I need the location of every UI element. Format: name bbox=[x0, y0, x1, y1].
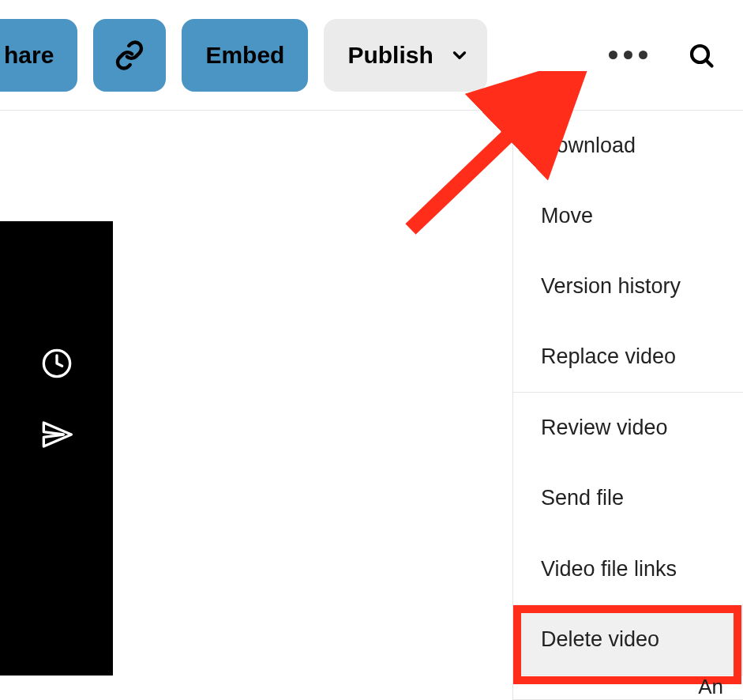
menu-item-label: Send file bbox=[541, 486, 624, 510]
search-icon bbox=[687, 41, 715, 70]
video-player-panel bbox=[0, 221, 113, 676]
link-button[interactable] bbox=[93, 19, 166, 92]
send-icon[interactable] bbox=[41, 419, 73, 450]
publish-button[interactable]: Publish bbox=[324, 19, 486, 92]
toolbar-right bbox=[609, 41, 743, 70]
menu-item-label: Version history bbox=[541, 274, 681, 298]
menu-item-download[interactable]: Download bbox=[513, 111, 743, 181]
menu-item-delete-video[interactable]: Delete video bbox=[513, 604, 743, 675]
partial-footer-text: An bbox=[698, 675, 723, 699]
menu-item-version-history[interactable]: Version history bbox=[513, 251, 743, 322]
chevron-down-icon bbox=[449, 45, 470, 66]
more-options-menu: Download Move Version history Replace vi… bbox=[512, 111, 743, 700]
embed-label: Embed bbox=[205, 42, 284, 69]
dot-icon bbox=[624, 51, 632, 59]
menu-item-label: Replace video bbox=[541, 344, 676, 368]
more-options-button[interactable] bbox=[609, 51, 647, 59]
menu-item-send-file[interactable]: Send file bbox=[513, 463, 743, 533]
share-button[interactable]: hare bbox=[0, 19, 77, 92]
menu-item-label: Move bbox=[541, 204, 593, 228]
clock-icon[interactable] bbox=[41, 348, 73, 379]
publish-label: Publish bbox=[347, 42, 433, 69]
menu-item-replace-video[interactable]: Replace video bbox=[513, 322, 743, 392]
svg-line-1 bbox=[706, 60, 712, 66]
menu-item-video-file-links[interactable]: Video file links bbox=[513, 534, 743, 604]
menu-item-move[interactable]: Move bbox=[513, 181, 743, 251]
dot-icon bbox=[609, 51, 617, 59]
menu-item-label: Review video bbox=[541, 416, 668, 439]
toolbar: hare Embed Publish bbox=[0, 0, 743, 111]
menu-item-label: Download bbox=[541, 134, 636, 157]
menu-item-review-video[interactable]: Review video bbox=[513, 393, 743, 463]
link-icon bbox=[114, 40, 144, 70]
dot-icon bbox=[639, 51, 647, 59]
menu-item-label: Delete video bbox=[541, 627, 659, 651]
share-label: hare bbox=[4, 42, 54, 69]
content-area: Download Move Version history Replace vi… bbox=[0, 111, 743, 700]
search-button[interactable] bbox=[687, 41, 715, 70]
menu-item-label: Video file links bbox=[541, 557, 677, 581]
embed-button[interactable]: Embed bbox=[182, 19, 308, 92]
